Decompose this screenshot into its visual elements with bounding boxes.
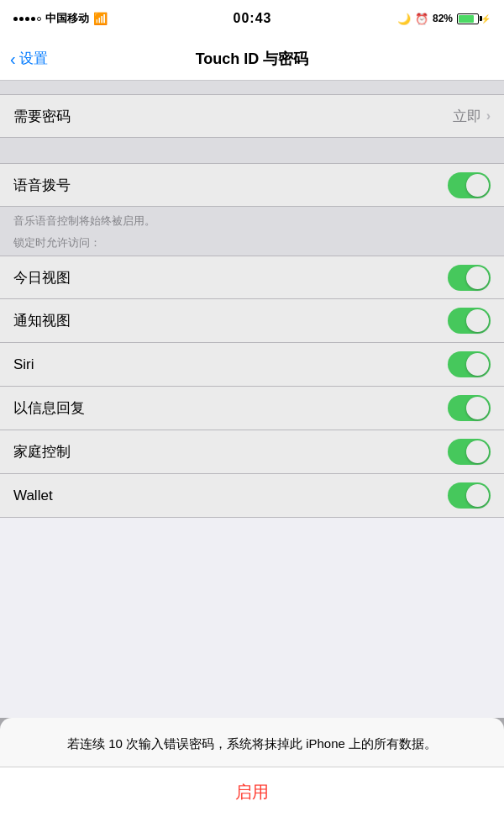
battery-percent: 82% — [433, 13, 453, 24]
lock-item-toggle-1[interactable] — [448, 308, 491, 334]
lock-item-toggle-3[interactable] — [448, 395, 491, 421]
lock-item-toggle-0[interactable] — [448, 265, 491, 291]
wifi-icon: 📶 — [93, 12, 108, 25]
lock-item-toggle-4[interactable] — [448, 439, 491, 465]
back-chevron-icon: ‹ — [10, 50, 16, 67]
battery-icon: ⚡ — [457, 13, 491, 24]
main-content: 需要密码 立即 › 语音拨号 音乐语音控制将始终被启用。 锁定时允许访问： 今日… — [0, 81, 504, 817]
lock-item-label-5: Wallet — [13, 488, 53, 504]
voice-dial-description: 音乐语音控制将始终被启用。 — [0, 207, 504, 235]
gap-1 — [0, 81, 504, 94]
lock-item-label-3: 以信息回复 — [13, 398, 85, 418]
lock-item-5: Wallet — [0, 474, 504, 518]
lock-item-toggle-5[interactable] — [448, 482, 491, 509]
alert-box: 若连续 10 次输入错误密码，系统将抹掉此 iPhone 上的所有数据。 启用 — [0, 718, 504, 818]
moon-icon: 🌙 — [397, 13, 411, 25]
status-bar: 中国移动 📶 00:43 🌙 ⏰ 82% ⚡ — [0, 0, 504, 37]
alert-overlay: 若连续 10 次输入错误密码，系统将抹掉此 iPhone 上的所有数据。 启用 — [0, 718, 504, 818]
passcode-section: 需要密码 立即 › — [0, 94, 504, 138]
lock-item-1: 通知视图 — [0, 299, 504, 343]
voice-dial-section: 语音拨号 — [0, 163, 504, 207]
lock-item-2: Siri — [0, 343, 504, 387]
lock-screen-section: 今日视图 通知视图 Siri 以信息回复 家庭控制 Wallet — [0, 256, 504, 518]
passcode-row[interactable]: 需要密码 立即 › — [0, 94, 504, 138]
gap-2 — [0, 138, 504, 163]
voice-dial-row: 语音拨号 — [0, 163, 504, 207]
lock-item-label-0: 今日视图 — [13, 268, 71, 287]
passcode-value-text: 立即 — [453, 107, 481, 126]
lock-item-0: 今日视图 — [0, 256, 504, 299]
passcode-label: 需要密码 — [13, 107, 71, 126]
lock-item-3: 以信息回复 — [0, 387, 504, 430]
voice-dial-toggle[interactable] — [448, 172, 491, 198]
alarm-icon: ⏰ — [415, 13, 428, 25]
alert-enable-button[interactable]: 启用 — [0, 767, 504, 817]
status-time: 00:43 — [234, 11, 272, 26]
voice-dial-label: 语音拨号 — [13, 176, 71, 195]
lock-screen-header: 锁定时允许访问： — [0, 235, 504, 256]
lock-item-label-1: 通知视图 — [13, 311, 71, 330]
lock-item-4: 家庭控制 — [0, 430, 504, 474]
passcode-value: 立即 › — [453, 107, 491, 126]
nav-bar: ‹ 设置 Touch ID 与密码 — [0, 37, 504, 81]
lock-item-label-2: Siri — [13, 356, 34, 373]
status-left: 中国移动 📶 — [13, 11, 108, 26]
back-button[interactable]: ‹ 设置 — [10, 49, 48, 68]
passcode-chevron-icon: › — [486, 108, 491, 124]
lock-item-toggle-2[interactable] — [448, 351, 491, 377]
nav-title: Touch ID 与密码 — [196, 49, 309, 69]
carrier-name: 中国移动 — [45, 11, 89, 26]
status-right: 🌙 ⏰ 82% ⚡ — [397, 13, 491, 25]
content-body: 需要密码 立即 › 语音拨号 音乐语音控制将始终被启用。 锁定时允许访问： 今日… — [0, 81, 504, 518]
back-label: 设置 — [19, 49, 48, 68]
lock-item-label-4: 家庭控制 — [13, 442, 71, 461]
alert-message: 若连续 10 次输入错误密码，系统将抹掉此 iPhone 上的所有数据。 — [0, 718, 504, 768]
signal-icon — [13, 17, 41, 21]
